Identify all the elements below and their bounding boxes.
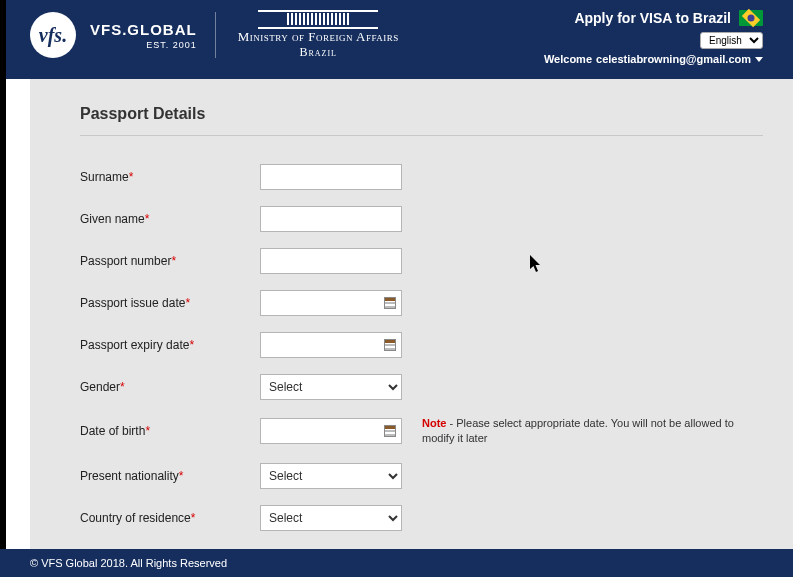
required-asterisk: * xyxy=(120,380,125,394)
chevron-down-icon xyxy=(755,57,763,62)
row-nationality: Present nationality* Select xyxy=(80,463,763,489)
passport-number-input[interactable] xyxy=(260,248,402,274)
label-residence: Country of residence* xyxy=(80,511,260,525)
ministry-line1: Ministry of Foreign Affairs xyxy=(238,29,399,45)
ministry-line2: Brazil xyxy=(238,45,399,60)
note-bold: Note xyxy=(422,417,446,429)
label-nationality: Present nationality* xyxy=(80,469,260,483)
divider xyxy=(215,12,216,58)
label-surname: Surname* xyxy=(80,170,260,184)
required-asterisk: * xyxy=(145,212,150,226)
row-given-name: Given name* xyxy=(80,206,763,232)
brazil-flag-icon xyxy=(739,10,763,26)
dob-input[interactable] xyxy=(260,418,402,444)
given-name-input[interactable] xyxy=(260,206,402,232)
main-content: Passport Details Surname* Given name* Pa… xyxy=(30,79,793,558)
label-gender: Gender* xyxy=(80,380,260,394)
brand-name: VFS.GLOBAL xyxy=(90,21,197,38)
label-dob: Date of birth* xyxy=(80,424,260,438)
window-left-border xyxy=(0,0,6,577)
issue-date-input[interactable] xyxy=(260,290,402,316)
row-issue-date: Passport issue date* xyxy=(80,290,763,316)
nationality-select[interactable]: Select xyxy=(260,463,402,489)
required-asterisk: * xyxy=(185,296,190,310)
required-asterisk: * xyxy=(129,170,134,184)
label-issue-date: Passport issue date* xyxy=(80,296,260,310)
row-surname: Surname* xyxy=(80,164,763,190)
row-expiry-date: Passport expiry date* xyxy=(80,332,763,358)
colonnade-icon xyxy=(238,13,399,25)
row-passport-number: Passport number* xyxy=(80,248,763,274)
gender-select[interactable]: Select xyxy=(260,374,402,400)
row-dob: Date of birth* Note - Please select appr… xyxy=(80,416,763,447)
required-asterisk: * xyxy=(145,424,150,438)
ministry-icon xyxy=(258,10,378,12)
apply-title: Apply for VISA to Brazil xyxy=(574,10,731,26)
header-right: Apply for VISA to Brazil English Welcome… xyxy=(544,10,763,65)
row-gender: Gender* Select xyxy=(80,374,763,400)
app-header: vfs. VFS.GLOBAL EST. 2001 Ministry of Fo… xyxy=(0,0,793,79)
label-given-name: Given name* xyxy=(80,212,260,226)
language-select[interactable]: English xyxy=(700,32,763,49)
required-asterisk: * xyxy=(189,338,194,352)
required-asterisk: * xyxy=(179,469,184,483)
section-title: Passport Details xyxy=(80,105,763,136)
required-asterisk: * xyxy=(191,511,196,525)
ministry-block: Ministry of Foreign Affairs Brazil xyxy=(238,10,399,60)
brand-block: vfs. VFS.GLOBAL EST. 2001 Ministry of Fo… xyxy=(30,10,399,60)
footer-text: © VFS Global 2018. All Rights Reserved xyxy=(30,557,227,569)
welcome-email: celestiabrowning@gmail.com xyxy=(596,53,751,65)
expiry-date-input[interactable] xyxy=(260,332,402,358)
label-passport-number: Passport number* xyxy=(80,254,260,268)
apply-title-row: Apply for VISA to Brazil xyxy=(544,10,763,26)
required-asterisk: * xyxy=(171,254,176,268)
note-text: - Please select appropriate date. You wi… xyxy=(422,417,734,444)
welcome-user-menu[interactable]: Welcome celestiabrowning@gmail.com xyxy=(544,53,763,65)
welcome-label: Welcome xyxy=(544,53,592,65)
row-residence: Country of residence* Select xyxy=(80,505,763,531)
vfs-logo: vfs. xyxy=(30,12,76,58)
page-footer: © VFS Global 2018. All Rights Reserved xyxy=(0,549,793,577)
brand-text: VFS.GLOBAL EST. 2001 xyxy=(90,21,197,50)
dob-note: Note - Please select appropriate date. Y… xyxy=(422,416,742,447)
residence-select[interactable]: Select xyxy=(260,505,402,531)
label-expiry-date: Passport expiry date* xyxy=(80,338,260,352)
surname-input[interactable] xyxy=(260,164,402,190)
brand-est: EST. 2001 xyxy=(90,40,197,50)
